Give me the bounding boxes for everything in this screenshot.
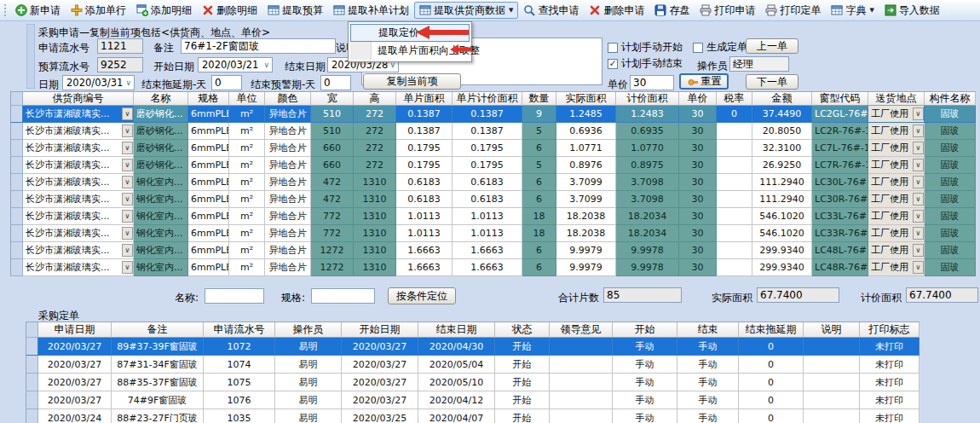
toolbar-item-extract-budget[interactable]: 提取预算 bbox=[262, 2, 328, 19]
orders-cell[interactable]: 易明 bbox=[275, 409, 342, 423]
toolbar-grip[interactable] bbox=[3, 3, 7, 18]
main-cell[interactable]: 1.0770 bbox=[616, 140, 679, 157]
supplier-cell[interactable]: 长沙市潇湘玻璃实...∨ bbox=[23, 106, 134, 123]
orders-cell[interactable]: 手动 bbox=[613, 374, 677, 391]
checkbox-plan-manual-start[interactable]: 计划手动开始 bbox=[608, 40, 683, 55]
main-table-row[interactable]: 长沙市潇湘玻璃实...∨钢化室内...6mmPLE...m²异地合片472131… bbox=[11, 174, 976, 191]
remark-field[interactable] bbox=[181, 38, 336, 54]
orders-column-header[interactable]: 备注 bbox=[112, 322, 204, 338]
main-cell[interactable]: 30 bbox=[679, 242, 717, 259]
operator-field[interactable] bbox=[729, 56, 789, 72]
main-cell[interactable]: 6 bbox=[522, 191, 556, 208]
main-cell[interactable]: 6 bbox=[522, 242, 556, 259]
row-header[interactable] bbox=[11, 106, 23, 123]
orders-cell[interactable]: 开始 bbox=[495, 391, 550, 409]
main-cell[interactable]: LC48R-76#... bbox=[812, 259, 868, 276]
orders-cell[interactable]: 2020/03/27 bbox=[38, 338, 112, 356]
main-column-header[interactable]: 规格 bbox=[188, 92, 229, 106]
main-cell[interactable]: 1.6663 bbox=[396, 259, 453, 276]
main-column-header[interactable]: 供货商编号 bbox=[23, 92, 134, 106]
main-cell[interactable]: 0.1795 bbox=[453, 157, 522, 174]
main-cell[interactable]: LC33L-76#... bbox=[812, 208, 868, 225]
main-cell[interactable] bbox=[717, 157, 752, 174]
orders-column-header[interactable]: 打印标志 bbox=[860, 322, 919, 338]
dropdown-arrow-icon[interactable]: ∨ bbox=[913, 142, 924, 154]
main-cell[interactable]: 472 bbox=[311, 191, 354, 208]
main-cell[interactable]: m² bbox=[229, 225, 265, 242]
row-header[interactable] bbox=[11, 140, 23, 157]
main-cell[interactable]: 30 bbox=[679, 208, 717, 225]
start-date-combo[interactable]: 2020/03/21∨ bbox=[198, 57, 273, 72]
row-header[interactable] bbox=[26, 409, 38, 423]
main-column-header[interactable]: 税率 bbox=[717, 92, 752, 106]
main-cell[interactable]: 299.9340 bbox=[752, 259, 812, 276]
main-cell[interactable]: 1310 bbox=[354, 259, 396, 276]
orders-table-row[interactable]: 2020/03/2789#37-39F窗固玻1072易明2020/03/2720… bbox=[26, 338, 919, 356]
date-combo[interactable]: 2020/03/31∨ bbox=[62, 75, 135, 90]
orders-cell[interactable]: 手动 bbox=[613, 356, 677, 374]
main-cell[interactable]: m² bbox=[229, 259, 265, 276]
main-column-header[interactable]: 单位 bbox=[229, 92, 265, 106]
supplier-cell[interactable]: 长沙市潇湘玻璃实...∨ bbox=[23, 259, 134, 276]
main-table-row[interactable]: 长沙市潇湘玻璃实...∨钢化室内...6mmPLE...m²异地合片472131… bbox=[11, 191, 976, 208]
row-header[interactable] bbox=[11, 174, 23, 191]
supplier-cell[interactable]: 长沙市潇湘玻璃实...∨ bbox=[23, 208, 134, 225]
checkbox-box[interactable] bbox=[693, 43, 703, 53]
toolbar-item-add-detail[interactable]: 添加明细 bbox=[131, 2, 197, 19]
main-cell[interactable]: 异地合片 bbox=[265, 242, 311, 259]
supplier-cell[interactable]: 长沙市潇湘玻璃实...∨ bbox=[23, 242, 134, 259]
main-cell[interactable]: 0.6183 bbox=[453, 174, 522, 191]
main-cell[interactable]: 9 bbox=[522, 106, 556, 123]
main-cell[interactable]: 1310 bbox=[354, 174, 396, 191]
delivery-combo[interactable]: 工厂使用∨ bbox=[868, 140, 925, 157]
checkbox-generate-order[interactable]: 生成定单 bbox=[693, 40, 747, 55]
orders-cell[interactable]: 手动 bbox=[677, 409, 739, 423]
locate-name-field[interactable] bbox=[205, 288, 264, 304]
main-cell[interactable]: 9.9979 bbox=[556, 242, 616, 259]
main-cell[interactable]: 异地合片 bbox=[265, 157, 311, 174]
orders-cell[interactable]: 2020/05/04 bbox=[418, 356, 495, 374]
delivery-combo[interactable]: 工厂使用∨ bbox=[868, 225, 925, 242]
orders-cell[interactable]: 0 bbox=[739, 356, 804, 374]
main-cell[interactable]: 30 bbox=[679, 225, 717, 242]
main-cell[interactable]: LC2R-76#-1F bbox=[812, 123, 868, 140]
main-cell[interactable]: 1310 bbox=[354, 208, 396, 225]
delivery-combo[interactable]: 工厂使用∨ bbox=[868, 174, 925, 191]
orders-cell[interactable]: 手动 bbox=[613, 338, 677, 356]
main-cell[interactable]: 32.3100 bbox=[752, 140, 812, 157]
delivery-combo[interactable]: 工厂使用∨ bbox=[868, 106, 925, 123]
main-cell[interactable]: 钢化室内... bbox=[134, 259, 188, 276]
main-cell[interactable]: 1.6663 bbox=[453, 259, 522, 276]
main-cell[interactable]: LC2GL-76#... bbox=[812, 106, 868, 123]
orders-cell[interactable]: 未打印 bbox=[860, 409, 919, 423]
main-cell[interactable]: 0.6183 bbox=[396, 191, 453, 208]
main-column-header[interactable]: 窗型代码 bbox=[812, 92, 868, 106]
toolbar-item-save[interactable]: 存盘 bbox=[649, 2, 695, 19]
orders-cell[interactable]: 2020/03/27 bbox=[342, 356, 418, 374]
main-cell[interactable]: 1.2483 bbox=[616, 106, 679, 123]
orders-column-header[interactable]: 领导意见 bbox=[550, 322, 613, 338]
main-cell[interactable]: 3.7098 bbox=[616, 174, 679, 191]
dropdown-arrow-icon[interactable]: ∨ bbox=[122, 176, 133, 188]
main-cell[interactable]: 30 bbox=[679, 106, 717, 123]
orders-cell[interactable]: 1072 bbox=[204, 338, 275, 356]
main-table-row[interactable]: 长沙市潇湘玻璃实...∨钢化室内...6mmPLE...m²异地合片127213… bbox=[11, 242, 976, 259]
orders-cell[interactable]: 1035 bbox=[204, 409, 275, 423]
orders-cell[interactable]: 2020/04/07 bbox=[418, 409, 495, 423]
supplier-cell[interactable]: 长沙市潇湘玻璃实...∨ bbox=[23, 191, 134, 208]
dropdown-arrow-icon[interactable]: ∨ bbox=[913, 261, 924, 274]
delivery-combo[interactable]: 工厂使用∨ bbox=[868, 208, 925, 225]
main-cell[interactable]: m² bbox=[229, 123, 265, 140]
row-header[interactable] bbox=[11, 242, 23, 259]
main-cell[interactable]: 30 bbox=[679, 140, 717, 157]
main-column-header[interactable]: 计价面积 bbox=[616, 92, 679, 106]
main-cell[interactable]: 18.2034 bbox=[616, 208, 679, 225]
dropdown-arrow-icon[interactable]: ∨ bbox=[122, 261, 133, 274]
next-order-button[interactable]: 下一单 bbox=[746, 74, 798, 90]
delivery-combo[interactable]: 工厂使用∨ bbox=[868, 123, 925, 140]
row-header[interactable] bbox=[11, 225, 23, 242]
main-cell[interactable]: 510 bbox=[311, 123, 354, 140]
orders-cell[interactable]: 88#35-37F窗固玻 bbox=[112, 374, 204, 391]
orders-cell[interactable]: 手动 bbox=[613, 409, 677, 423]
main-cell[interactable]: 20.8050 bbox=[752, 123, 812, 140]
